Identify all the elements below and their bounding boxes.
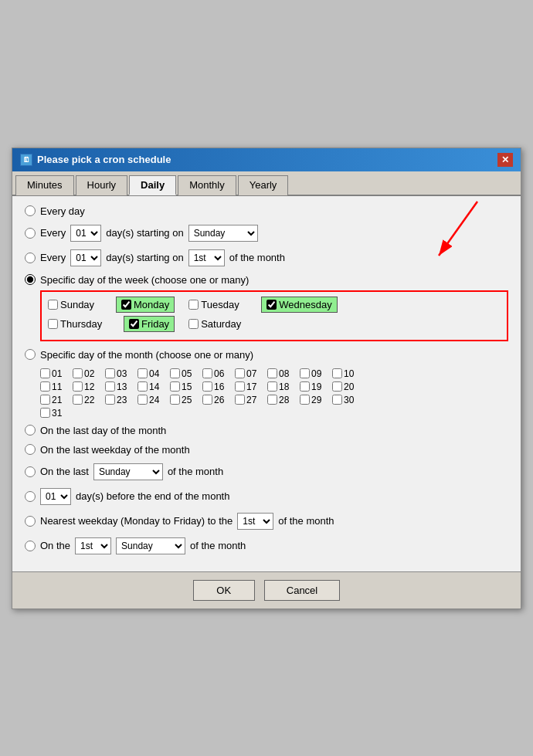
- day-16: 16: [202, 381, 232, 392]
- starting-ord-select[interactable]: 1st2nd3rd: [188, 249, 225, 266]
- nearest-weekday-row: Nearest weekday (Monday to Friday) to th…: [25, 513, 508, 530]
- every-day-radio[interactable]: [25, 205, 36, 216]
- last-day-radio[interactable]: [25, 425, 36, 436]
- day26-checkbox[interactable]: [202, 395, 212, 405]
- thursday-checkbox[interactable]: [48, 319, 58, 329]
- specific-day-week-radio[interactable]: [25, 274, 36, 285]
- tab-hourly[interactable]: Hourly: [76, 175, 128, 195]
- day11-checkbox[interactable]: [40, 381, 50, 392]
- on-last-select-radio[interactable]: [25, 466, 36, 477]
- day31-checkbox[interactable]: [40, 408, 50, 418]
- day05-checkbox[interactable]: [170, 368, 180, 378]
- day-31: 31: [40, 408, 70, 419]
- month-days-row-3: 21 22 23 24 25 26 27 28 29 30: [40, 395, 508, 405]
- day30-checkbox[interactable]: [332, 395, 342, 405]
- every-days-month-radio[interactable]: [25, 253, 36, 263]
- on-the-ord-select[interactable]: 1st2nd3rd4th5th: [75, 537, 111, 554]
- day23-checkbox[interactable]: [105, 395, 115, 405]
- on-the-nth-radio[interactable]: [25, 541, 36, 551]
- days-before-end-row: 010203 day(s) before the end of the mont…: [25, 488, 508, 505]
- tab-daily[interactable]: Daily: [129, 175, 176, 195]
- days-before-end-label: day(s) before the end of the month: [76, 490, 229, 502]
- tab-minutes[interactable]: Minutes: [15, 175, 74, 195]
- day01-checkbox[interactable]: [40, 368, 50, 378]
- day25-checkbox[interactable]: [170, 395, 180, 405]
- days-before-end-radio[interactable]: [25, 491, 36, 502]
- weekday-section: Sunday Monday Tuesday Wednesday: [40, 290, 508, 341]
- day-thursday: Thursday: [48, 318, 110, 330]
- every-days-select-2[interactable]: 010203: [70, 249, 101, 266]
- every-day-row: Every day: [25, 205, 508, 217]
- thursday-label: Thursday: [60, 318, 102, 330]
- of-the-month-label-4: of the month: [190, 540, 246, 551]
- last-weekday-row: On the last weekday of the month: [25, 444, 508, 456]
- day17-checkbox[interactable]: [235, 381, 245, 392]
- month-days-row-1: 01 02 03 04 05 06 07 08 09 10: [40, 368, 508, 379]
- tuesday-checkbox[interactable]: [188, 300, 199, 310]
- day-27: 27: [235, 395, 264, 405]
- cancel-button[interactable]: Cancel: [264, 580, 340, 601]
- day04-checkbox[interactable]: [137, 368, 148, 378]
- day13-checkbox[interactable]: [105, 381, 115, 392]
- nearest-weekday-radio[interactable]: [25, 516, 36, 527]
- of-the-month-label-2: of the month: [168, 466, 223, 477]
- on-last-select[interactable]: SundayMondayTuesdayWednesdayThursdayFrid…: [93, 463, 163, 480]
- day07-checkbox[interactable]: [235, 368, 245, 378]
- friday-checkbox[interactable]: [129, 319, 139, 329]
- day-tuesday: Tuesday: [188, 299, 250, 310]
- day21-checkbox[interactable]: [40, 395, 50, 405]
- day19-checkbox[interactable]: [300, 381, 310, 392]
- specific-day-month-row: Specific day of the month (choose one or…: [25, 349, 508, 361]
- day-monday-checked: Monday: [116, 297, 175, 313]
- ok-button[interactable]: OK: [193, 580, 255, 601]
- day02-checkbox[interactable]: [73, 368, 83, 378]
- specific-day-week-label: Specific day of the week (choose one or …: [40, 274, 249, 286]
- nearest-weekday-select[interactable]: 1st2nd3rd: [237, 513, 273, 530]
- on-the-day-select[interactable]: SundayMondayTuesdayWednesdayThursdayFrid…: [116, 537, 185, 554]
- tuesday-label: Tuesday: [201, 299, 239, 310]
- day20-checkbox[interactable]: [332, 381, 342, 392]
- day10-checkbox[interactable]: [332, 368, 342, 378]
- day06-checkbox[interactable]: [202, 368, 212, 378]
- saturday-checkbox[interactable]: [188, 319, 199, 329]
- day-12: 12: [73, 381, 102, 392]
- sunday-checkbox[interactable]: [48, 300, 58, 310]
- on-the-label: On the: [40, 540, 70, 551]
- day-08: 08: [267, 368, 297, 379]
- day09-checkbox[interactable]: [300, 368, 310, 378]
- starting-day-select[interactable]: SundayMondayTuesdayWednesdayThursdayFrid…: [188, 225, 258, 242]
- weekday-row-2: Thursday Friday Saturday: [48, 316, 501, 332]
- day27-checkbox[interactable]: [235, 395, 245, 405]
- day24-checkbox[interactable]: [137, 395, 148, 405]
- day22-checkbox[interactable]: [73, 395, 83, 405]
- day-18: 18: [267, 381, 297, 392]
- every-label-2: Every: [40, 252, 66, 263]
- day14-checkbox[interactable]: [137, 381, 148, 392]
- day15-checkbox[interactable]: [170, 381, 180, 392]
- close-button[interactable]: ✕: [497, 153, 513, 167]
- wednesday-checkbox[interactable]: [266, 300, 277, 310]
- day16-checkbox[interactable]: [202, 381, 212, 392]
- day-06: 06: [202, 368, 232, 379]
- title-bar: 🗓 Please pick a cron schedule ✕: [12, 148, 521, 171]
- day03-checkbox[interactable]: [105, 368, 115, 378]
- day28-checkbox[interactable]: [267, 395, 277, 405]
- specific-day-week-row: Specific day of the week (choose one or …: [25, 274, 508, 286]
- footer: OK Cancel: [12, 571, 521, 609]
- specific-day-month-radio[interactable]: [25, 349, 36, 360]
- day08-checkbox[interactable]: [267, 368, 277, 378]
- every-days-starting-radio[interactable]: [25, 228, 36, 239]
- tab-yearly[interactable]: Yearly: [238, 175, 289, 195]
- last-weekday-radio[interactable]: [25, 444, 36, 455]
- day-saturday: Saturday: [188, 318, 250, 330]
- on-last-label: On the last: [40, 466, 89, 477]
- day29-checkbox[interactable]: [300, 395, 310, 405]
- day-04: 04: [137, 368, 167, 379]
- day12-checkbox[interactable]: [73, 381, 83, 392]
- monday-checkbox[interactable]: [121, 300, 131, 310]
- on-the-nth-row: On the 1st2nd3rd4th5th SundayMondayTuesd…: [25, 537, 508, 554]
- tab-monthly[interactable]: Monthly: [178, 175, 236, 195]
- before-end-select[interactable]: 010203: [40, 488, 71, 505]
- day18-checkbox[interactable]: [267, 381, 277, 392]
- every-days-select-1[interactable]: 0102030405: [70, 225, 101, 242]
